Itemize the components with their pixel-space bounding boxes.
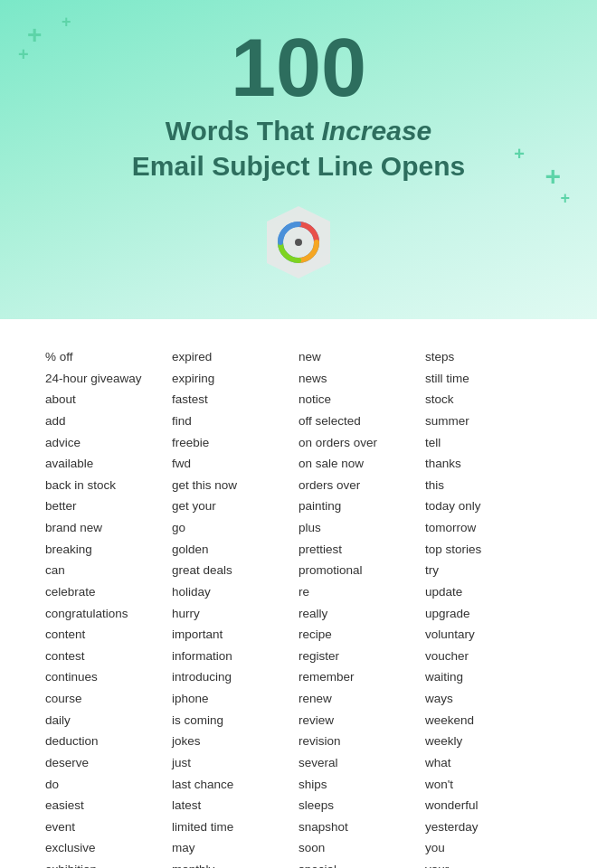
list-item: off selected (298, 410, 425, 432)
list-item: revision (298, 731, 425, 752)
header: + + + + + + 100 Words That Increase Emai… (0, 0, 597, 319)
list-item: prettiest (298, 539, 425, 561)
list-item: plus (298, 517, 425, 539)
list-item: won't (425, 774, 552, 796)
list-item: daily (45, 710, 172, 731)
list-item: thanks (425, 453, 552, 475)
list-item: get this now (172, 475, 298, 496)
list-item: review (298, 710, 425, 731)
list-item: this (425, 475, 552, 496)
list-item: voucher (425, 646, 552, 667)
list-item: can (45, 560, 172, 581)
list-item: stock (425, 389, 552, 410)
list-item: last chance (172, 774, 298, 796)
list-item: upgrade (425, 603, 552, 625)
list-item: weekly (425, 731, 552, 752)
plus-icon: + (560, 190, 570, 206)
words-grid: % off24-hour giveawayaboutaddadviceavail… (45, 346, 552, 868)
word-column-2: expiredexpiringfastestfindfreebiefwdget … (172, 346, 298, 868)
list-item: introducing (172, 666, 298, 688)
list-item: exhibition (45, 859, 172, 868)
list-item: iphone (172, 688, 298, 710)
list-item: several (298, 752, 425, 774)
list-item: yesterday (425, 816, 552, 838)
list-item: news (298, 368, 425, 390)
list-item: expiring (172, 368, 298, 390)
list-item: exclusive (45, 837, 172, 859)
svg-point-2 (295, 239, 302, 246)
list-item: congratulations (45, 603, 172, 625)
word-column-1: % off24-hour giveawayaboutaddadviceavail… (45, 346, 172, 868)
word-column-3: newnewsnoticeoff selectedon orders overo… (298, 346, 425, 868)
list-item: just (172, 752, 298, 774)
list-item: 24-hour giveaway (45, 368, 172, 390)
list-item: content (45, 624, 172, 646)
list-item: available (45, 453, 172, 475)
plus-icon: + (18, 45, 29, 63)
list-item: get your (172, 495, 298, 517)
list-item: breaking (45, 539, 172, 561)
list-item: brand new (45, 517, 172, 539)
list-item: really (298, 603, 425, 625)
list-item: event (45, 816, 172, 838)
list-item: may (172, 837, 298, 859)
list-item: tomorrow (425, 517, 552, 539)
list-item: limited time (172, 816, 298, 838)
list-item: deserve (45, 752, 172, 774)
list-item: deduction (45, 731, 172, 752)
list-item: % off (45, 346, 172, 368)
list-item: special (298, 859, 425, 868)
subtitle-line1: Words That Increase (36, 113, 561, 148)
list-item: important (172, 624, 298, 646)
list-item: advice (45, 432, 172, 454)
list-item: information (172, 646, 298, 667)
list-item: monthly (172, 859, 298, 868)
list-item: voluntary (425, 624, 552, 646)
list-item: hurry (172, 603, 298, 625)
list-item: do (45, 774, 172, 796)
list-item: fwd (172, 453, 298, 475)
list-item: golden (172, 539, 298, 561)
list-item: still time (425, 368, 552, 390)
list-item: course (45, 688, 172, 710)
list-item: summer (425, 410, 552, 432)
list-item: find (172, 410, 298, 432)
list-item: update (425, 581, 552, 603)
list-item: new (298, 346, 425, 368)
list-item: remember (298, 666, 425, 688)
list-item: you (425, 837, 552, 859)
list-item: ways (425, 688, 552, 710)
logo-container (36, 202, 561, 283)
list-item: wonderful (425, 795, 552, 816)
list-item: register (298, 646, 425, 667)
list-item: soon (298, 837, 425, 859)
list-item: freebie (172, 432, 298, 454)
list-item: re (298, 581, 425, 603)
subtitle-line2: Email Subject Line Opens (36, 148, 561, 184)
list-item: go (172, 517, 298, 539)
list-item: holiday (172, 581, 298, 603)
list-item: promotional (298, 560, 425, 581)
list-item: try (425, 560, 552, 581)
list-item: add (45, 410, 172, 432)
word-column-4: stepsstill timestocksummertellthanksthis… (425, 346, 552, 868)
list-item: what (425, 752, 552, 774)
list-item: steps (425, 346, 552, 368)
list-item: top stories (425, 539, 552, 561)
list-item: your (425, 859, 552, 868)
list-item: ships (298, 774, 425, 796)
logo-hexagon (258, 202, 339, 283)
list-item: latest (172, 795, 298, 816)
content-section: % off24-hour giveawayaboutaddadviceavail… (0, 319, 597, 868)
list-item: on sale now (298, 453, 425, 475)
list-item: waiting (425, 666, 552, 688)
list-item: notice (298, 389, 425, 410)
headline-number: 100 (36, 27, 561, 108)
list-item: about (45, 389, 172, 410)
list-item: tell (425, 432, 552, 454)
list-item: recipe (298, 624, 425, 646)
list-item: back in stock (45, 475, 172, 496)
list-item: sleeps (298, 795, 425, 816)
list-item: weekend (425, 710, 552, 731)
list-item: great deals (172, 560, 298, 581)
